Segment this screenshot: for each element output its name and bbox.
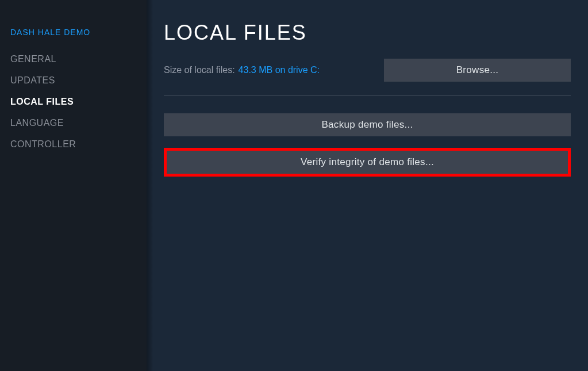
browse-button[interactable]: Browse... [384,59,571,82]
sidebar-item-language[interactable]: LANGUAGE [10,118,136,128]
verify-highlight: Verify integrity of demo files... [164,148,571,177]
size-label: Size of local files: [164,65,235,75]
sidebar-item-controller[interactable]: CONTROLLER [10,139,136,150]
size-value: 43.3 MB on drive C: [239,65,320,75]
divider [164,95,571,96]
sidebar-item-updates[interactable]: UPDATES [10,75,136,86]
sidebar-item-local-files[interactable]: LOCAL FILES [10,97,136,107]
sidebar-item-general[interactable]: GENERAL [10,54,136,64]
sidebar: DASH HALE DEMO GENERAL UPDATES LOCAL FIL… [0,0,147,371]
main-panel: LOCAL FILES Size of local files: 43.3 MB… [147,0,588,371]
page-title: LOCAL FILES [164,21,571,45]
size-row: Size of local files: 43.3 MB on drive C:… [164,59,571,82]
game-title: DASH HALE DEMO [10,28,136,37]
verify-button[interactable]: Verify integrity of demo files... [167,151,568,174]
backup-button[interactable]: Backup demo files... [164,113,571,136]
